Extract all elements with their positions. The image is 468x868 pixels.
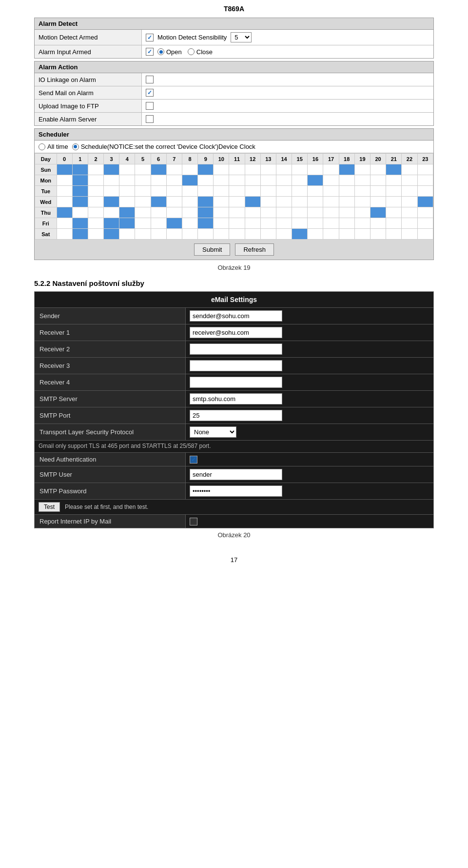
- cell-sun-16[interactable]: [308, 164, 323, 175]
- cell-thu-15[interactable]: [292, 207, 308, 218]
- sensibility-select[interactable]: 1234 5678 910: [231, 32, 252, 42]
- cell-mon-20[interactable]: [370, 175, 386, 186]
- cell-thu-16[interactable]: [308, 207, 323, 218]
- cell-sun-5[interactable]: [135, 164, 151, 175]
- cell-sun-21[interactable]: [386, 164, 402, 175]
- cell-thu-6[interactable]: [151, 207, 166, 218]
- cell-fri-14[interactable]: [276, 218, 292, 229]
- cell-tue-20[interactable]: [370, 186, 386, 197]
- cell-tue-0[interactable]: [57, 186, 72, 197]
- cell-tue-12[interactable]: [245, 186, 260, 197]
- cell-fri-6[interactable]: [151, 218, 166, 229]
- cell-tue-15[interactable]: [292, 186, 308, 197]
- radio-alltime[interactable]: All time: [39, 143, 68, 150]
- cell-mon-18[interactable]: [339, 175, 354, 186]
- send-mail-checkbox[interactable]: [146, 89, 154, 97]
- receiver1-input[interactable]: [190, 327, 282, 338]
- cell-tue-2[interactable]: [88, 186, 103, 197]
- cell-wed-7[interactable]: [166, 197, 182, 207]
- radio-schedule[interactable]: Schedule(NOTICE:set the correct 'Device …: [72, 143, 255, 150]
- cell-thu-9[interactable]: [198, 207, 214, 218]
- cell-sat-21[interactable]: [386, 229, 402, 240]
- cell-sun-13[interactable]: [260, 164, 276, 175]
- cell-mon-19[interactable]: [354, 175, 370, 186]
- cell-wed-19[interactable]: [354, 197, 370, 207]
- cell-fri-7[interactable]: [166, 218, 182, 229]
- cell-sat-19[interactable]: [354, 229, 370, 240]
- enable-alarm-server-checkbox[interactable]: [146, 115, 154, 123]
- radio-close[interactable]: Close: [188, 48, 213, 56]
- refresh-button[interactable]: Refresh: [235, 243, 274, 256]
- cell-wed-6[interactable]: [151, 197, 166, 207]
- radio-alltime-circle[interactable]: [39, 143, 45, 150]
- cell-wed-0[interactable]: [57, 197, 72, 207]
- alarm-input-checkbox[interactable]: [146, 48, 154, 56]
- cell-sun-10[interactable]: [214, 164, 229, 175]
- cell-tue-4[interactable]: [119, 186, 135, 197]
- cell-tue-11[interactable]: [229, 186, 245, 197]
- cell-wed-18[interactable]: [339, 197, 354, 207]
- cell-sun-17[interactable]: [323, 164, 339, 175]
- smtp-port-input[interactable]: [190, 410, 282, 421]
- cell-sun-2[interactable]: [88, 164, 103, 175]
- upload-ftp-checkbox[interactable]: [146, 102, 154, 110]
- cell-mon-13[interactable]: [260, 175, 276, 186]
- cell-tue-14[interactable]: [276, 186, 292, 197]
- cell-thu-14[interactable]: [276, 207, 292, 218]
- cell-sat-3[interactable]: [104, 229, 119, 240]
- cell-thu-7[interactable]: [166, 207, 182, 218]
- cell-tue-1[interactable]: [72, 186, 88, 197]
- cell-wed-11[interactable]: [229, 197, 245, 207]
- cell-sun-9[interactable]: [198, 164, 214, 175]
- cell-tue-8[interactable]: [182, 186, 197, 197]
- cell-fri-10[interactable]: [214, 218, 229, 229]
- cell-wed-1[interactable]: [72, 197, 88, 207]
- cell-tue-6[interactable]: [151, 186, 166, 197]
- cell-sun-22[interactable]: [402, 164, 417, 175]
- cell-sat-1[interactable]: [72, 229, 88, 240]
- cell-sun-23[interactable]: [417, 164, 433, 175]
- cell-sat-0[interactable]: [57, 229, 72, 240]
- cell-thu-1[interactable]: [72, 207, 88, 218]
- cell-sun-15[interactable]: [292, 164, 308, 175]
- cell-mon-23[interactable]: [417, 175, 433, 186]
- cell-tue-18[interactable]: [339, 186, 354, 197]
- cell-sat-8[interactable]: [182, 229, 197, 240]
- cell-thu-0[interactable]: [57, 207, 72, 218]
- cell-thu-21[interactable]: [386, 207, 402, 218]
- cell-sat-2[interactable]: [88, 229, 103, 240]
- cell-fri-22[interactable]: [402, 218, 417, 229]
- cell-sat-7[interactable]: [166, 229, 182, 240]
- cell-thu-4[interactable]: [119, 207, 135, 218]
- io-linkage-checkbox[interactable]: [146, 76, 154, 83]
- cell-wed-14[interactable]: [276, 197, 292, 207]
- cell-tue-22[interactable]: [402, 186, 417, 197]
- cell-sat-9[interactable]: [198, 229, 214, 240]
- receiver2-input[interactable]: [190, 343, 282, 355]
- cell-wed-16[interactable]: [308, 197, 323, 207]
- cell-tue-13[interactable]: [260, 186, 276, 197]
- cell-mon-17[interactable]: [323, 175, 339, 186]
- radio-close-circle[interactable]: [188, 48, 195, 55]
- cell-tue-16[interactable]: [308, 186, 323, 197]
- motion-detect-checkbox[interactable]: [146, 34, 154, 41]
- cell-wed-21[interactable]: [386, 197, 402, 207]
- cell-tue-23[interactable]: [417, 186, 433, 197]
- cell-wed-10[interactable]: [214, 197, 229, 207]
- receiver3-input[interactable]: [190, 360, 282, 371]
- cell-mon-9[interactable]: [198, 175, 214, 186]
- smtp-user-input[interactable]: [190, 469, 282, 480]
- cell-sun-3[interactable]: [104, 164, 119, 175]
- radio-open-circle[interactable]: [157, 48, 164, 55]
- cell-wed-15[interactable]: [292, 197, 308, 207]
- radio-open[interactable]: Open: [157, 48, 182, 56]
- cell-mon-3[interactable]: [104, 175, 119, 186]
- cell-sun-4[interactable]: [119, 164, 135, 175]
- cell-sun-11[interactable]: [229, 164, 245, 175]
- cell-mon-16[interactable]: [308, 175, 323, 186]
- cell-wed-5[interactable]: [135, 197, 151, 207]
- cell-sat-17[interactable]: [323, 229, 339, 240]
- cell-mon-2[interactable]: [88, 175, 103, 186]
- cell-fri-20[interactable]: [370, 218, 386, 229]
- cell-mon-6[interactable]: [151, 175, 166, 186]
